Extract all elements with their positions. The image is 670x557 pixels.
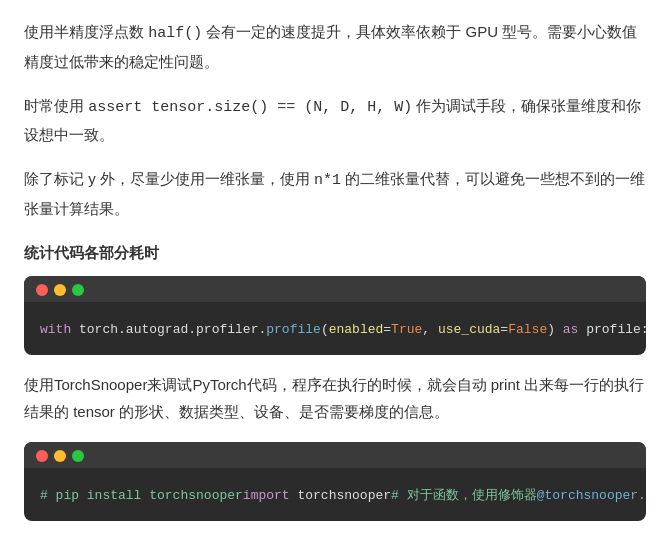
main-content: 使用半精度浮点数 half() 会有一定的速度提升，具体效率依赖于 GPU 型号…	[0, 0, 670, 555]
code-block-profiler: with torch.autograd.profiler.profile(ena…	[24, 276, 646, 355]
paragraph-1: 使用半精度浮点数 half() 会有一定的速度提升，具体效率依赖于 GPU 型号…	[24, 18, 646, 76]
inline-code-half: half()	[148, 25, 202, 42]
inline-code-n1: n*1	[314, 172, 341, 189]
dot-green-1	[72, 284, 84, 296]
inline-code-assert: assert tensor.size() == (N, D, H, W)	[88, 99, 412, 116]
paragraph-3: 除了标记 y 外，尽量少使用一维张量，使用 n*1 的二维张量代替，可以避免一些…	[24, 165, 646, 223]
dot-yellow-1	[54, 284, 66, 296]
dot-red-2	[36, 450, 48, 462]
paragraph-torchsnooper: 使用TorchSnooper来调试PyTorch代码，程序在执行的时候，就会自动…	[24, 371, 646, 427]
code-block-header-2	[24, 442, 646, 468]
code-block-body-2[interactable]: # pip install torchsnooperimport torchsn…	[24, 468, 646, 521]
dot-yellow-2	[54, 450, 66, 462]
dot-green-2	[72, 450, 84, 462]
code-line-snooper: # pip install torchsnooperimport torchsn…	[40, 488, 646, 503]
section-title-profiling: 统计代码各部分耗时	[24, 239, 646, 266]
code-block-snooper: # pip install torchsnooperimport torchsn…	[24, 442, 646, 521]
code-block-body-1[interactable]: with torch.autograd.profiler.profile(ena…	[24, 302, 646, 355]
dot-red-1	[36, 284, 48, 296]
paragraph-2: 时常使用 assert tensor.size() == (N, D, H, W…	[24, 92, 646, 150]
code-block-header-1	[24, 276, 646, 302]
code-line-profiler: with torch.autograd.profiler.profile(ena…	[40, 322, 646, 337]
